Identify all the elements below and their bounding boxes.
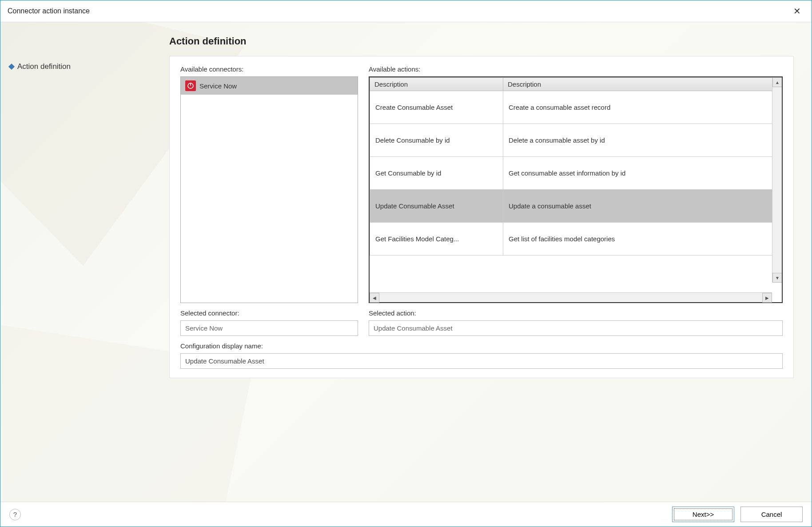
action-desc-cell: Create a consumable asset record bbox=[503, 91, 782, 124]
scroll-up-button[interactable]: ▲ bbox=[772, 77, 782, 87]
horizontal-scrollbar[interactable]: ◀ ▶ bbox=[370, 292, 772, 302]
cancel-button[interactable]: Cancel bbox=[740, 507, 803, 522]
servicenow-icon bbox=[185, 80, 196, 91]
close-icon: ✕ bbox=[793, 6, 801, 16]
table-row[interactable]: Create Consumable AssetCreate a consumab… bbox=[370, 91, 782, 124]
sidebar-item-label: Action definition bbox=[17, 62, 71, 71]
connector-item-servicenow[interactable]: Service Now bbox=[181, 77, 358, 95]
definition-panel: Available connectors: Service Now Availa bbox=[169, 56, 794, 378]
titlebar: Connector action instance ✕ bbox=[0, 0, 812, 22]
help-button[interactable]: ? bbox=[9, 509, 21, 520]
config-display-input[interactable] bbox=[180, 353, 783, 369]
selected-connector-group: Selected connector: bbox=[180, 309, 358, 336]
scroll-left-button[interactable]: ◀ bbox=[370, 293, 379, 303]
dialog-title: Connector action instance bbox=[8, 7, 90, 15]
vertical-scrollbar[interactable]: ▲ ▼ bbox=[772, 77, 782, 283]
table-row[interactable]: Update Consumable AssetUpdate a consumab… bbox=[370, 190, 782, 223]
dialog-footer: ? Next>> Cancel bbox=[0, 502, 812, 527]
actions-header-col1[interactable]: Description bbox=[370, 78, 503, 91]
table-row[interactable]: Delete Consumable by idDelete a consumab… bbox=[370, 124, 782, 157]
page-title: Action definition bbox=[169, 36, 794, 47]
action-name-cell: Delete Consumable by id bbox=[370, 124, 503, 157]
config-display-group: Configuration display name: bbox=[180, 342, 783, 369]
selected-action-input[interactable] bbox=[369, 320, 783, 336]
connectors-column: Available connectors: Service Now bbox=[180, 65, 358, 303]
connectors-listbox[interactable]: Service Now bbox=[180, 76, 358, 303]
action-desc-cell: Update a consumable asset bbox=[503, 190, 782, 223]
available-connectors-label: Available connectors: bbox=[180, 65, 358, 73]
actions-table-container: Description Description Create Consumabl… bbox=[369, 76, 783, 303]
dialog-body: Action definition Action definition Avai… bbox=[0, 22, 812, 502]
action-name-cell: Get Consumable by id bbox=[370, 157, 503, 190]
selected-action-group: Selected action: bbox=[369, 309, 783, 336]
action-desc-cell: Delete a consumable asset by id bbox=[503, 124, 782, 157]
help-icon: ? bbox=[13, 511, 17, 518]
dialog-window: Connector action instance ✕ Action defin… bbox=[0, 0, 812, 527]
actions-header-col2[interactable]: Description bbox=[503, 78, 782, 91]
actions-table[interactable]: Description Description Create Consumabl… bbox=[370, 77, 782, 256]
config-display-label: Configuration display name: bbox=[180, 342, 783, 350]
selected-connector-label: Selected connector: bbox=[180, 309, 358, 317]
connector-item-label: Service Now bbox=[199, 82, 237, 90]
next-button[interactable]: Next>> bbox=[672, 507, 734, 522]
actions-column: Available actions: Description Descripti… bbox=[369, 65, 783, 303]
selected-action-label: Selected action: bbox=[369, 309, 783, 317]
wizard-sidebar: Action definition bbox=[0, 22, 169, 502]
footer-button-group: Next>> Cancel bbox=[672, 507, 803, 522]
action-name-cell: Get Facilities Model Categ... bbox=[370, 223, 503, 256]
available-actions-label: Available actions: bbox=[369, 65, 783, 73]
scroll-right-button[interactable]: ▶ bbox=[762, 293, 772, 303]
action-name-cell: Create Consumable Asset bbox=[370, 91, 503, 124]
main-content: Action definition Available connectors: … bbox=[169, 22, 812, 502]
close-button[interactable]: ✕ bbox=[790, 4, 804, 18]
scroll-down-button[interactable]: ▼ bbox=[772, 273, 782, 283]
diamond-icon bbox=[8, 64, 15, 70]
table-row[interactable]: Get Facilities Model Categ...Get list of… bbox=[370, 223, 782, 256]
selected-connector-input[interactable] bbox=[180, 320, 358, 336]
table-row[interactable]: Get Consumable by idGet consumable asset… bbox=[370, 157, 782, 190]
action-desc-cell: Get consumable asset information by id bbox=[503, 157, 782, 190]
action-name-cell: Update Consumable Asset bbox=[370, 190, 503, 223]
sidebar-item-action-definition[interactable]: Action definition bbox=[9, 62, 160, 71]
action-desc-cell: Get list of facilities model categories bbox=[503, 223, 782, 256]
